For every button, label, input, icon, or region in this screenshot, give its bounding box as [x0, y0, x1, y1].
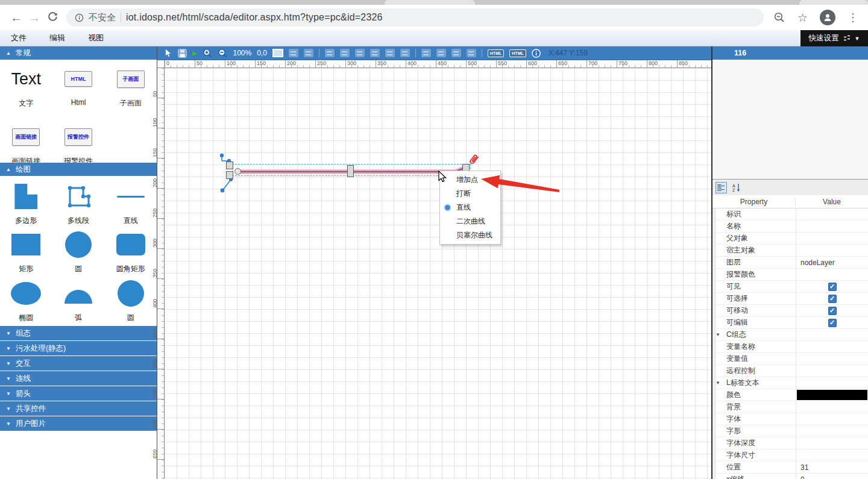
property-row[interactable]: ▼ 可编辑 ✓: [712, 317, 868, 329]
palette-item-arc[interactable]: 弧: [52, 278, 105, 326]
context-menu-item[interactable]: 增加点: [440, 173, 500, 187]
property-row[interactable]: ▼ 字体尺寸 ✓: [712, 449, 868, 462]
property-row[interactable]: ▼ 可移动 ✓: [712, 305, 868, 317]
size-tool-icon[interactable]: [451, 49, 461, 57]
property-row[interactable]: ▼ 标识 ✓: [712, 208, 868, 221]
context-menu-item[interactable]: 贝塞尔曲线: [440, 228, 500, 242]
property-value-cell[interactable]: ✓: [796, 365, 868, 377]
line-handle[interactable]: [226, 171, 233, 179]
palette-item-rectangle[interactable]: 矩形: [0, 229, 52, 277]
palette-item-circle2[interactable]: 圆: [104, 278, 157, 326]
property-value-cell[interactable]: ✓: [796, 449, 868, 461]
property-row[interactable]: ▼ L标签文本 ✓: [712, 377, 868, 389]
property-value-cell[interactable]: ✓: [796, 293, 868, 304]
back-icon[interactable]: ←: [7, 11, 25, 25]
categorized-view-icon[interactable]: [715, 182, 727, 193]
checkbox-checked-icon[interactable]: ✓: [828, 295, 837, 303]
property-value-cell[interactable]: ✓: [796, 245, 868, 256]
property-value-cell[interactable]: ✓: [796, 221, 868, 232]
property-row[interactable]: ▼ 位置 31 ✓: [712, 462, 868, 474]
property-value-cell[interactable]: ✓: [796, 281, 868, 292]
palette-item-screen-link[interactable]: 画面链接 画面链接: [0, 121, 52, 166]
context-menu-item[interactable]: 打断: [440, 187, 500, 201]
property-value-cell[interactable]: 31 ✓: [796, 462, 868, 473]
palette-section-collapsed[interactable]: ▼ 连线: [0, 371, 157, 386]
run-icon[interactable]: ▶: [192, 49, 197, 57]
reload-icon[interactable]: [43, 11, 61, 25]
palette-item-line[interactable]: 直线: [104, 181, 157, 229]
browser-menu-icon[interactable]: ⋮: [848, 11, 858, 24]
property-value-cell[interactable]: ✓: [796, 305, 868, 316]
forward-icon[interactable]: →: [25, 11, 43, 25]
align-tool-icon[interactable]: [325, 49, 335, 57]
property-row[interactable]: ▼ 颜色 ✓: [712, 389, 868, 401]
menu-item[interactable]: 编辑: [49, 33, 65, 43]
align-tool-icon[interactable]: [355, 49, 365, 57]
property-row[interactable]: ▼ 可选择 ✓: [712, 293, 868, 305]
property-row[interactable]: ▼ 字体 ✓: [712, 413, 868, 425]
property-row[interactable]: ▼ 字体深度 ✓: [712, 437, 868, 449]
checkbox-checked-icon[interactable]: ✓: [828, 319, 837, 327]
bookmark-star-icon[interactable]: ☆: [797, 11, 808, 25]
align-tool-icon[interactable]: [385, 49, 395, 57]
size-tool-icon[interactable]: [421, 49, 431, 57]
profile-avatar-icon[interactable]: [820, 10, 835, 25]
line-start-knob[interactable]: [234, 168, 241, 175]
line-midpoint-handle[interactable]: [347, 165, 354, 177]
property-value-cell[interactable]: ✓: [796, 425, 868, 437]
palette-item-html[interactable]: HTML Html: [52, 63, 105, 121]
property-row[interactable]: ▼ 报警颜色 ✓: [712, 269, 868, 281]
property-value-cell[interactable]: ✓: [796, 329, 868, 340]
palette-section-collapsed[interactable]: ▼ 污水处理(静态): [0, 341, 157, 355]
property-row[interactable]: ▼ C组态 ✓: [712, 329, 868, 341]
property-value-cell[interactable]: ✓: [796, 208, 868, 220]
palette-section-collapsed[interactable]: ▼ 组态: [0, 326, 157, 340]
property-value-cell[interactable]: ✓: [796, 437, 868, 449]
snapshot-icon[interactable]: [272, 49, 283, 57]
property-row[interactable]: ▼ 变量名称 ✓: [712, 341, 868, 353]
property-value-cell[interactable]: ✓: [796, 341, 868, 352]
save-icon[interactable]: [178, 49, 187, 58]
property-value-cell[interactable]: ✓: [796, 269, 868, 280]
property-value-cell[interactable]: ✓: [796, 389, 868, 401]
palette-section-draw[interactable]: ▲ 绘图: [0, 163, 157, 176]
align-tool-icon[interactable]: [340, 49, 350, 57]
address-bar[interactable]: 不安全 iot.idosp.net/html/scada/editor.aspx…: [66, 8, 764, 27]
line-handle[interactable]: [226, 161, 233, 169]
property-row[interactable]: ▼ 可见 ✓: [712, 281, 868, 293]
menu-item[interactable]: 视图: [88, 33, 104, 43]
alphabetical-sort-icon[interactable]: A Z: [731, 182, 742, 193]
context-menu-item[interactable]: 二次曲线: [440, 214, 500, 228]
palette-section-general[interactable]: ▲ 常规: [0, 46, 157, 60]
select-cursor-tool-icon[interactable]: [165, 48, 172, 58]
palette-item-circle[interactable]: 圆: [52, 229, 105, 277]
property-value-cell[interactable]: ✓: [796, 413, 868, 425]
object-tree-empty-area[interactable]: [712, 60, 868, 180]
property-value-cell[interactable]: ✓: [796, 401, 868, 413]
property-row[interactable]: ▼ 远程控制 ✓: [712, 365, 868, 377]
checkbox-checked-icon[interactable]: ✓: [828, 307, 837, 315]
align-tool-icon[interactable]: [370, 49, 380, 57]
property-value-cell[interactable]: ✓: [796, 233, 868, 244]
property-row[interactable]: ▼ 图层 nodeLayer ✓: [712, 257, 868, 269]
url-text[interactable]: iot.idosp.net/html/scada/editor.aspx.htm…: [126, 12, 383, 23]
property-row[interactable]: ▼ 名称 ✓: [712, 221, 868, 233]
property-row[interactable]: ▼ 父对象 ✓: [712, 233, 868, 245]
property-value-cell[interactable]: ✓: [796, 317, 868, 328]
security-label[interactable]: 不安全: [89, 12, 116, 23]
palette-item-polyline[interactable]: 多线段: [52, 181, 105, 229]
info-icon[interactable]: [75, 13, 84, 22]
zoom-level[interactable]: 100%: [233, 49, 251, 57]
property-value-cell[interactable]: 0 ✓: [796, 474, 868, 479]
palette-item-ellipse[interactable]: 椭圆: [0, 278, 52, 326]
palette-item-text[interactable]: Text 文字: [0, 63, 52, 121]
property-row[interactable]: ▼ 宿主对象 ✓: [712, 245, 868, 257]
quick-settings-button[interactable]: 快速设置 ▼: [800, 30, 868, 46]
palette-section-collapsed[interactable]: ▼ 箭头: [0, 386, 157, 401]
palette-item-alarm-control[interactable]: 报警控件 报警控件: [52, 121, 105, 166]
property-value-cell[interactable]: nodeLayer ✓: [796, 257, 868, 268]
palette-item-polygon[interactable]: 多边形: [0, 181, 52, 229]
group-tool-icon[interactable]: [304, 49, 313, 57]
context-menu-item[interactable]: 直线: [440, 201, 500, 214]
size-tool-icon[interactable]: [467, 49, 476, 57]
